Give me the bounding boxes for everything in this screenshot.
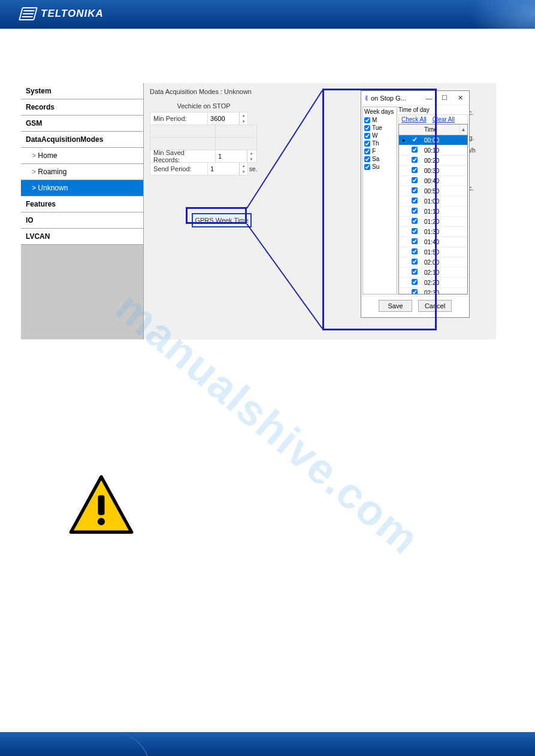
warning-icon: [68, 473, 134, 539]
minimize-icon[interactable]: —: [424, 93, 434, 103]
time-row[interactable]: 02:30: [399, 288, 467, 294]
time-checkbox[interactable]: [412, 218, 418, 224]
day-label: Tue: [372, 125, 382, 131]
brand-header: TELTONIKA: [0, 0, 535, 29]
sidebar-item-unknown[interactable]: Unknown: [21, 180, 143, 196]
time-checkbox[interactable]: [412, 177, 418, 183]
time-row[interactable]: 00:40: [399, 176, 467, 186]
min-period-input[interactable]: [208, 114, 239, 123]
sidebar-item-gsm[interactable]: GSM: [21, 116, 143, 132]
spinner-icon[interactable]: ▲▼: [247, 150, 255, 162]
day-row: Su: [364, 163, 395, 171]
time-checkbox[interactable]: [412, 238, 418, 244]
brand-name: TELTONIKA: [41, 8, 104, 20]
time-row[interactable]: 01:40: [399, 237, 467, 247]
brand-logo-icon: [19, 7, 38, 20]
scroll-up-icon[interactable]: ▲: [459, 125, 467, 135]
sidebar-item-system[interactable]: System: [21, 83, 143, 99]
spinner-icon[interactable]: ▲▼: [239, 113, 247, 125]
time-value: 01:00: [421, 198, 467, 205]
sidebar-item-records[interactable]: Records: [21, 99, 143, 116]
day-checkbox[interactable]: [364, 141, 370, 147]
time-value: 00:20: [421, 157, 467, 164]
day-row: Sa: [364, 155, 395, 163]
svg-point-4: [98, 518, 105, 525]
maximize-icon[interactable]: ☐: [439, 93, 450, 103]
time-value: 00:30: [421, 168, 467, 174]
time-checkbox[interactable]: [412, 208, 418, 214]
day-row: M: [364, 116, 395, 124]
time-row[interactable]: 00:30: [399, 166, 467, 176]
sidebar-item-roaming[interactable]: Roaming: [21, 164, 143, 180]
time-row[interactable]: 01:20: [399, 217, 467, 227]
dialog-titlebar: ⟪ on Stop G... — ☐ ✕: [361, 91, 469, 105]
min-period-label: Min Period:: [150, 112, 208, 125]
day-row: W: [364, 132, 395, 139]
time-checkbox[interactable]: [412, 248, 418, 254]
time-row[interactable]: 01:30: [399, 227, 467, 237]
time-value: 02:00: [421, 259, 467, 266]
time-value: 01:30: [421, 229, 467, 235]
figure: System Records GSM DataAcquisitionModes …: [20, 83, 515, 340]
sidebar-item-data-acquisition[interactable]: DataAcquisitionModes: [21, 132, 143, 148]
time-row[interactable]: 00:50: [399, 186, 467, 196]
day-checkbox[interactable]: [364, 148, 370, 154]
time-checkbox[interactable]: [412, 269, 418, 275]
time-value: 01:10: [421, 208, 467, 215]
time-checkbox[interactable]: [412, 289, 418, 294]
time-grid: Time ▲ 00:0000:1000:2000:3000:4000:5001:…: [398, 124, 468, 294]
day-checkbox[interactable]: [364, 156, 370, 162]
time-value: 00:40: [421, 178, 467, 184]
time-checkbox[interactable]: [412, 167, 418, 173]
day-label: Th: [372, 140, 379, 147]
time-checkbox[interactable]: [412, 279, 418, 285]
time-checkbox[interactable]: [412, 136, 418, 142]
cancel-button[interactable]: Cancel: [418, 300, 452, 312]
send-period-input[interactable]: [208, 164, 239, 174]
time-value: 02:30: [421, 290, 467, 294]
day-checkbox[interactable]: [364, 164, 370, 170]
send-period-unit: se.: [248, 166, 258, 172]
day-checkbox[interactable]: [364, 125, 370, 131]
time-checkbox[interactable]: [412, 187, 418, 193]
sidebar-item-home[interactable]: Home: [21, 148, 143, 164]
weekdays-group: Week days MTueWThFSaSu: [362, 107, 397, 294]
day-label: Sa: [372, 156, 379, 162]
weekdays-title: Week days: [364, 108, 395, 115]
time-row[interactable]: 00:10: [399, 145, 467, 156]
time-row[interactable]: 02:20: [399, 278, 467, 288]
app-icon: ⟪: [365, 95, 368, 101]
clear-all-link[interactable]: Clear All: [433, 116, 455, 123]
app-window: System Records GSM DataAcquisitionModes …: [20, 83, 497, 340]
time-row[interactable]: 02:00: [399, 257, 467, 268]
min-saved-input[interactable]: [216, 151, 247, 161]
check-all-link[interactable]: Check All: [401, 116, 427, 123]
time-value: 01:20: [421, 218, 467, 225]
gprs-week-time-button[interactable]: GPRS Week Time: [192, 213, 252, 227]
time-value: 01:50: [421, 249, 467, 256]
time-value: 01:40: [421, 239, 467, 245]
sidebar-item-features[interactable]: Features: [21, 196, 143, 212]
day-checkbox[interactable]: [364, 133, 370, 139]
dialog-title: on Stop G...: [371, 95, 406, 102]
time-row[interactable]: 01:50: [399, 247, 467, 257]
time-checkbox[interactable]: [412, 228, 418, 234]
time-row[interactable]: 01:00: [399, 196, 467, 207]
time-row[interactable]: 00:00: [399, 135, 467, 145]
time-checkbox[interactable]: [412, 198, 418, 204]
time-row[interactable]: 00:20: [399, 156, 467, 166]
min-saved-label: Min Saved Records:: [150, 150, 216, 163]
close-icon[interactable]: ✕: [455, 93, 466, 103]
time-checkbox[interactable]: [412, 147, 418, 153]
day-checkbox[interactable]: [364, 117, 370, 123]
spinner-icon[interactable]: ▲▼: [239, 163, 247, 175]
time-row[interactable]: 01:10: [399, 207, 467, 217]
time-row[interactable]: 02:10: [399, 268, 467, 278]
save-button[interactable]: Save: [379, 300, 412, 312]
time-checkbox[interactable]: [412, 157, 418, 163]
timeofday-title: Time of day: [398, 107, 468, 113]
brand-footer: [0, 732, 535, 756]
sidebar-item-lvcan[interactable]: LVCAN: [21, 229, 143, 245]
time-checkbox[interactable]: [412, 259, 418, 265]
sidebar-item-io[interactable]: IO: [21, 212, 143, 229]
